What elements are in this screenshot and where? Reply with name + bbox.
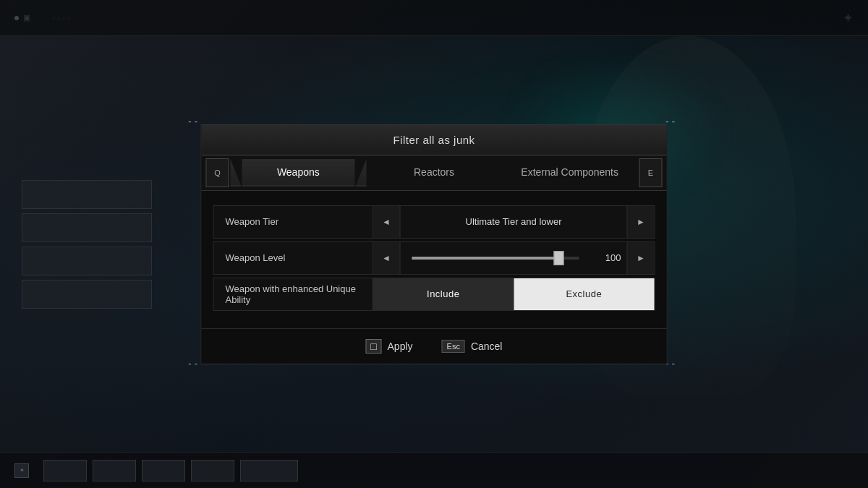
sidebar-deco-item-2: [22, 213, 152, 242]
weapon-tier-label-text: Weapon Tier: [226, 216, 278, 227]
apply-button[interactable]: □ Apply: [366, 339, 413, 354]
top-bar-dot: [14, 16, 19, 20]
unique-ability-label-text: Weapon with enhanced Unique Ability: [226, 283, 361, 305]
tab-left-button[interactable]: Q: [206, 158, 229, 187]
top-bar-item: ▣: [14, 13, 30, 22]
weapon-level-prev-button[interactable]: ◄: [373, 242, 401, 274]
bottom-bar-items: [43, 460, 298, 481]
modal-title: Filter all as junk: [202, 125, 667, 155]
bottom-bar-left: ✦: [14, 463, 29, 478]
modal-container: Filter all as junk Q Weapons Reactors Ex…: [201, 124, 668, 364]
tab-left-key: Q: [214, 168, 221, 177]
tab-weapons-label: Weapons: [277, 166, 320, 178]
sidebar-deco-item-3: [22, 247, 152, 275]
weapon-tier-controls: ◄ Ultimate Tier and lower ►: [373, 206, 655, 238]
corner-br: - -: [665, 358, 680, 372]
top-bar-text: ▣: [23, 13, 30, 22]
cancel-key-badge: Esc: [442, 340, 465, 353]
top-bar-item-2: ◦ ◦ ◦ ◦: [52, 14, 70, 22]
include-button[interactable]: Include: [373, 278, 514, 310]
top-bar-right: ✦: [843, 10, 854, 26]
weapon-level-slider-thumb[interactable]: [554, 251, 564, 265]
weapon-level-row: Weapon Level ◄ 100: [213, 241, 655, 275]
weapon-tier-row: Weapon Tier ◄ Ultimate Tier and lower ►: [213, 205, 655, 239]
modal-title-text: Filter all as junk: [393, 134, 475, 146]
top-bar: ▣ ◦ ◦ ◦ ◦ ✦: [0, 0, 868, 36]
corner-tr: - -: [665, 116, 680, 130]
weapon-level-prev-icon: ◄: [382, 253, 391, 263]
weapon-tier-prev-icon: ◄: [382, 217, 391, 227]
bottom-bar-item-2: [93, 460, 136, 481]
sidebar-deco-item-4: [22, 280, 152, 309]
cancel-key-text: Esc: [447, 342, 460, 351]
cancel-label: Cancel: [471, 341, 503, 352]
bottom-bar-item-4: [191, 460, 234, 481]
bottom-bar-item-5: [240, 460, 298, 481]
weapon-level-next-button[interactable]: ►: [627, 242, 655, 274]
weapon-level-label: Weapon Level: [214, 242, 373, 274]
modal: Filter all as junk Q Weapons Reactors Ex…: [201, 124, 668, 364]
weapon-tier-prev-button[interactable]: ◄: [373, 206, 401, 238]
weapon-tier-value-text: Ultimate Tier and lower: [466, 216, 562, 227]
weapon-level-slider-track[interactable]: [412, 257, 579, 260]
tab-weapons[interactable]: Weapons: [231, 159, 367, 187]
weapon-tier-value: Ultimate Tier and lower: [401, 216, 627, 227]
modal-footer: □ Apply Esc Cancel: [202, 328, 667, 364]
bottom-bar-item-3: [142, 460, 185, 481]
tab-external-components[interactable]: External Components: [502, 159, 638, 187]
weapon-tier-label: Weapon Tier: [214, 206, 373, 238]
weapon-level-value-text: 100: [605, 252, 621, 263]
exclude-button[interactable]: Exclude: [514, 278, 655, 310]
tab-reactors-label: Reactors: [414, 166, 454, 178]
sidebar-deco-item: [22, 180, 152, 209]
bottom-bar-item-1: [43, 460, 87, 481]
bottom-bar: ✦: [0, 452, 868, 488]
tab-bar: Q Weapons Reactors External Components E: [202, 155, 667, 191]
unique-ability-label: Weapon with enhanced Unique Ability: [214, 278, 373, 310]
weapon-level-next-icon: ►: [637, 253, 645, 263]
weapon-level-label-text: Weapon Level: [226, 252, 286, 263]
tab-reactors[interactable]: Reactors: [366, 159, 502, 187]
tab-right-button[interactable]: E: [639, 158, 663, 187]
exclude-label: Exclude: [566, 288, 602, 299]
cancel-button[interactable]: Esc Cancel: [442, 340, 503, 353]
weapon-level-value-display: 100: [591, 252, 627, 263]
weapon-level-slider-fill: [412, 257, 559, 260]
unique-ability-row: Weapon with enhanced Unique Ability Incl…: [213, 278, 655, 311]
modal-content: Weapon Tier ◄ Ultimate Tier and lower ►: [202, 191, 667, 328]
apply-label: Apply: [388, 341, 413, 352]
tab-external-components-label: External Components: [521, 166, 618, 178]
tab-right-key: E: [648, 168, 653, 177]
weapon-tier-next-icon: ►: [637, 217, 645, 227]
sidebar-deco: [22, 180, 152, 309]
unique-ability-toggle-buttons: Include Exclude: [373, 278, 655, 310]
bottom-icon-1: ✦: [14, 463, 29, 478]
weapon-tier-next-button[interactable]: ►: [627, 206, 655, 238]
weapon-level-controls: ◄ 100 ►: [373, 242, 655, 274]
weapon-level-slider-container: [401, 257, 591, 260]
include-label: Include: [427, 288, 459, 299]
apply-key-badge: □: [366, 339, 382, 354]
tab-list: Weapons Reactors External Components: [231, 159, 638, 187]
